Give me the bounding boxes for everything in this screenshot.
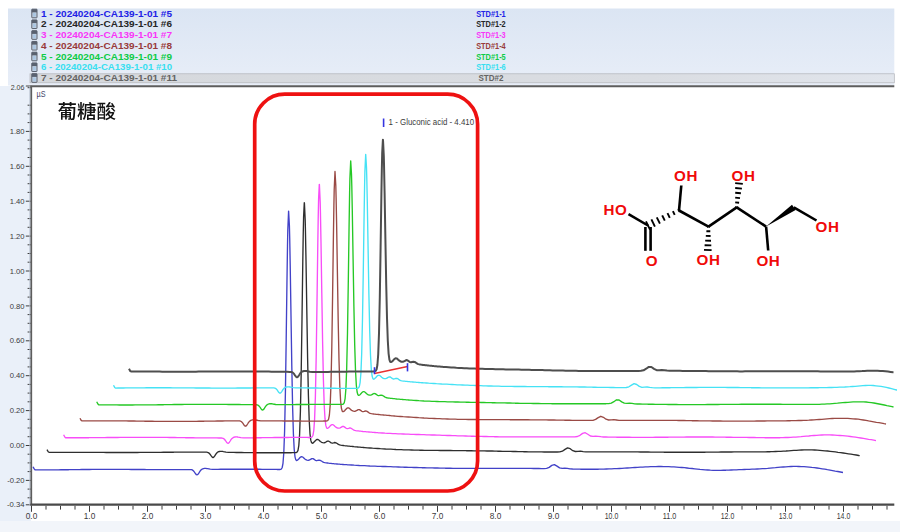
svg-text:O: O	[646, 252, 658, 269]
svg-text:14.0: 14.0	[837, 512, 851, 521]
svg-text:STD#2: STD#2	[479, 73, 504, 83]
svg-text:4 - 20240204-CA139-1-01 #8: 4 - 20240204-CA139-1-01 #8	[41, 41, 172, 51]
svg-text:1.60: 1.60	[10, 162, 25, 171]
svg-text:STD#1-2: STD#1-2	[476, 19, 506, 29]
svg-text:1.20: 1.20	[10, 232, 25, 241]
svg-text:0.60: 0.60	[10, 336, 25, 345]
svg-text:STD#1-5: STD#1-5	[476, 52, 506, 62]
svg-text:7.0: 7.0	[432, 512, 444, 521]
svg-text:0.0: 0.0	[26, 512, 38, 521]
svg-text:OH: OH	[697, 251, 721, 268]
svg-text:2.0: 2.0	[142, 512, 154, 521]
svg-text:-0.20: -0.20	[7, 476, 24, 485]
svg-text:2 - 20240204-CA139-1-01 #6: 2 - 20240204-CA139-1-01 #6	[41, 19, 172, 29]
svg-text:STD#1-6: STD#1-6	[476, 62, 506, 72]
svg-text:10.0: 10.0	[605, 512, 619, 521]
svg-text:OH: OH	[816, 218, 840, 235]
svg-text:8.0: 8.0	[490, 512, 502, 521]
svg-text:6.0: 6.0	[374, 512, 386, 521]
svg-text:HO: HO	[604, 201, 628, 218]
svg-text:2.06: 2.06	[11, 83, 25, 92]
svg-text:1 - Gluconic acid - 4.410: 1 - Gluconic acid - 4.410	[389, 116, 475, 127]
svg-text:3 - 20240204-CA139-1-01 #7: 3 - 20240204-CA139-1-01 #7	[41, 30, 172, 40]
svg-text:0.00: 0.00	[10, 441, 25, 450]
svg-text:4.0: 4.0	[258, 512, 270, 521]
svg-text:5.0: 5.0	[316, 512, 328, 521]
svg-text:13.0: 13.0	[779, 512, 793, 521]
svg-text:STD#1-4: STD#1-4	[476, 41, 506, 51]
svg-text:-0.34: -0.34	[7, 500, 25, 509]
svg-text:OH: OH	[732, 167, 756, 184]
svg-text:1.80: 1.80	[10, 127, 25, 136]
svg-text:5 - 20240204-CA139-1-01 #9: 5 - 20240204-CA139-1-01 #9	[41, 52, 172, 62]
svg-text:3.0: 3.0	[200, 512, 212, 521]
svg-text:1 - 20240204-CA139-1-01 #5: 1 - 20240204-CA139-1-01 #5	[41, 9, 172, 19]
svg-text:STD#1-3: STD#1-3	[476, 30, 506, 40]
svg-text:0.20: 0.20	[10, 406, 25, 415]
svg-text:µS: µS	[37, 89, 46, 99]
svg-text:STD#1-1: STD#1-1	[476, 9, 506, 19]
svg-text:11.0: 11.0	[663, 512, 677, 521]
svg-text:12.0: 12.0	[721, 512, 735, 521]
svg-text:6 - 20240204-CA139-1-01 #10: 6 - 20240204-CA139-1-01 #10	[41, 62, 172, 72]
svg-text:1.40: 1.40	[10, 197, 25, 206]
svg-text:1.00: 1.00	[10, 267, 25, 276]
svg-text:OH: OH	[674, 167, 698, 184]
svg-text:0.80: 0.80	[10, 302, 25, 311]
svg-text:7 - 20240204-CA139-1-01 #11: 7 - 20240204-CA139-1-01 #11	[41, 73, 177, 83]
svg-text:9.0: 9.0	[548, 512, 560, 521]
svg-text:1.0: 1.0	[84, 512, 96, 521]
svg-text:OH: OH	[756, 252, 780, 269]
svg-text:0.40: 0.40	[10, 371, 25, 380]
